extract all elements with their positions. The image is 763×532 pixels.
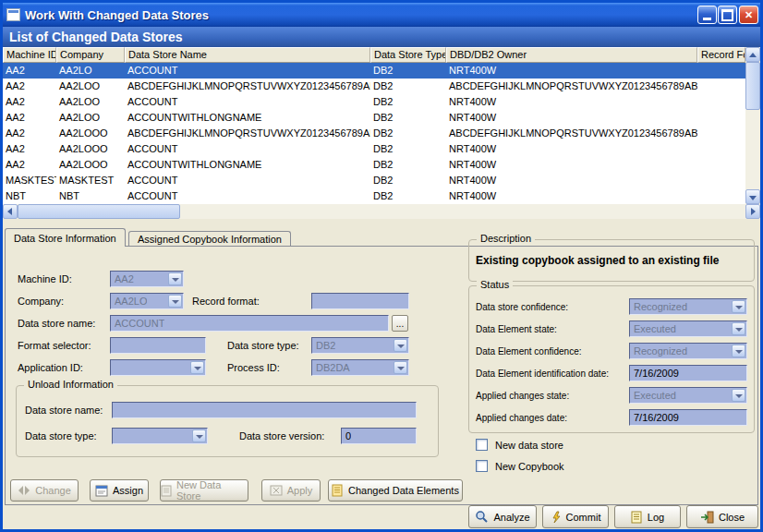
cell-dbd-db2-owner: ABCDEFGHIJKLMNOPQRSTUVWXYZ0123456789ABC <box>446 79 697 94</box>
table-row[interactable]: AA2 AA2LOOO ACCOUNT DB2 NRT400W <box>3 141 745 157</box>
tab-data-store-information[interactable]: Data Store Information <box>5 228 126 247</box>
table-row[interactable]: AA2 AA2LO ACCOUNT DB2 NRT400W <box>3 63 745 79</box>
process-id-label: Process ID: <box>227 359 280 376</box>
maximize-button[interactable] <box>718 6 737 24</box>
unload-information-group: Unload Information <box>16 385 439 457</box>
analyze-icon <box>475 510 489 524</box>
column-header-machine-id[interactable]: Machine ID <box>3 47 56 63</box>
log-button[interactable]: Log <box>614 505 681 528</box>
record-format-input[interactable] <box>311 293 409 309</box>
change-button: Change <box>10 479 79 502</box>
cell-record-format <box>697 63 745 79</box>
chevron-down-icon <box>732 389 745 402</box>
column-header-company[interactable]: Company <box>56 47 125 63</box>
cell-company: AA2LOOO <box>56 126 125 141</box>
cell-data-store-type: DB2 <box>370 141 446 157</box>
table-row[interactable]: NBT NBT ACCOUNT DB2 NRT400W <box>3 188 745 204</box>
changed-data-elements-button-label: Changed Data Elements <box>348 485 459 496</box>
application-id-select[interactable] <box>110 359 206 376</box>
cell-dbd-db2-owner: NRT400W <box>446 110 697 126</box>
data-element-identification-date-input[interactable]: 7/16/2009 <box>629 365 747 381</box>
table-row[interactable]: AA2 AA2LOO ACCOUNT DB2 NRT400W <box>3 94 745 110</box>
close-button-label: Close <box>719 512 745 523</box>
close-window-button[interactable] <box>739 6 758 24</box>
data-store-type-select: DB2 <box>311 337 409 354</box>
new-data-store-button: New Data Store <box>160 479 248 502</box>
cell-dbd-db2-owner: ABCDEFGHIJKLMNOPQRSTUVWXYZ0123456789ABC <box>446 126 697 141</box>
cell-data-store-type: DB2 <box>370 157 446 173</box>
chevron-down-icon <box>732 300 745 313</box>
changed-data-stores-table: Machine ID Company Data Store Name Data … <box>3 47 745 204</box>
table-header-row: Machine ID Company Data Store Name Data … <box>3 47 745 63</box>
table-row[interactable]: AA2 AA2LOO ABCDEFGHIJKLMNOPQRSTUVWXYZ012… <box>3 79 745 94</box>
close-button[interactable]: Close <box>686 505 758 528</box>
data-element-confidence-select: Recognized <box>629 343 747 359</box>
cell-data-store-type: DB2 <box>370 110 446 126</box>
assign-icon <box>95 485 108 497</box>
commit-icon <box>551 511 562 524</box>
analyze-button[interactable]: Analyze <box>468 505 537 528</box>
cell-data-store-name: ACCOUNT <box>125 63 370 79</box>
cell-machine-id: MASKTEST <box>3 173 56 188</box>
company-label: Company: <box>18 293 64 309</box>
machine-id-label: Machine ID: <box>18 271 72 287</box>
page-title: List of Changed Data Stores <box>3 27 760 47</box>
vertical-scrollbar[interactable] <box>745 47 760 204</box>
column-header-data-store-type[interactable]: Data Store Type <box>370 47 446 63</box>
vertical-scroll-thumb[interactable] <box>745 62 760 110</box>
table-row[interactable]: MASKTEST MASKTEST ACCOUNT DB2 NRT400W <box>3 173 745 188</box>
table-row[interactable]: AA2 AA2LOO ACCOUNTWITHLONGNAME DB2 NRT40… <box>3 110 745 126</box>
table-row[interactable]: AA2 AA2LOOO ACCOUNTWITHLONGNAME DB2 NRT4… <box>3 157 745 173</box>
cell-data-store-name: ABCDEFGHIJKLMNOPQRSTUVWXYZ0123456789ABC <box>125 79 370 94</box>
scroll-down-icon[interactable] <box>745 189 760 204</box>
cell-record-format <box>697 94 745 110</box>
close-door-icon <box>700 511 714 524</box>
horizontal-scrollbar[interactable] <box>3 204 760 219</box>
cell-dbd-db2-owner: NRT400W <box>446 157 697 173</box>
unload-data-store-name-input[interactable] <box>112 402 417 418</box>
cell-data-store-name: ACCOUNT <box>125 94 370 110</box>
new-copybook-checkbox-label: New Copybook <box>495 458 564 475</box>
scroll-right-icon[interactable] <box>745 204 760 219</box>
cell-machine-id: AA2 <box>3 126 56 141</box>
data-store-confidence-select: Recognized <box>629 298 747 315</box>
format-selector-input[interactable] <box>110 337 206 354</box>
horizontal-scroll-thumb[interactable] <box>18 204 180 219</box>
titlebar[interactable]: Work With Changed Data Stores <box>3 3 760 27</box>
browse-button[interactable]: ... <box>392 315 408 332</box>
cell-record-format <box>697 126 745 141</box>
data-store-type-label: Data store type: <box>227 337 299 354</box>
applied-changes-date-input[interactable]: 7/16/2009 <box>629 409 747 426</box>
cell-data-store-type: DB2 <box>370 94 446 110</box>
unload-data-store-type-select[interactable] <box>112 428 208 444</box>
cell-data-store-name: ACCOUNT <box>125 141 370 157</box>
cell-dbd-db2-owner: NRT400W <box>446 94 697 110</box>
unload-data-store-version-label: Data store version: <box>239 428 324 444</box>
cell-company: AA2LOO <box>56 94 125 110</box>
column-header-record-format[interactable]: Record Format <box>697 47 745 63</box>
column-header-data-store-name[interactable]: Data Store Name <box>125 47 370 63</box>
column-header-dbd-db2-owner[interactable]: DBD/DB2 Owner <box>446 47 697 63</box>
data-element-confidence-label: Data Element confidence: <box>476 343 582 359</box>
tab-assigned-copybook-information[interactable]: Assigned Copybook Information <box>128 231 291 247</box>
cell-machine-id: AA2 <box>3 157 56 173</box>
new-data-store-checkbox[interactable] <box>476 439 488 451</box>
new-copybook-checkbox[interactable] <box>476 460 488 472</box>
table-row[interactable]: AA2 AA2LOOO ABCDEFGHIJKLMNOPQRSTUVWXYZ01… <box>3 126 745 141</box>
data-element-state-label: Data Element state: <box>476 320 557 337</box>
change-button-label: Change <box>35 485 71 496</box>
unload-data-store-version-input[interactable]: 0 <box>341 428 417 444</box>
commit-button[interactable]: Commit <box>542 505 609 528</box>
scroll-up-icon[interactable] <box>745 47 760 62</box>
cell-company: AA2LOO <box>56 110 125 126</box>
chevron-down-icon <box>732 322 745 335</box>
scroll-left-icon[interactable] <box>3 204 18 219</box>
changed-data-elements-button[interactable]: Changed Data Elements <box>328 479 463 502</box>
window-title: Work With Changed Data Stores <box>25 8 209 22</box>
cell-company: MASKTEST <box>56 173 125 188</box>
cell-company: AA2LOOO <box>56 157 125 173</box>
applied-changes-state-select: Executed <box>629 387 747 404</box>
minimize-button[interactable] <box>697 6 717 24</box>
assign-button[interactable]: Assign <box>90 479 149 502</box>
cell-record-format <box>697 79 745 94</box>
